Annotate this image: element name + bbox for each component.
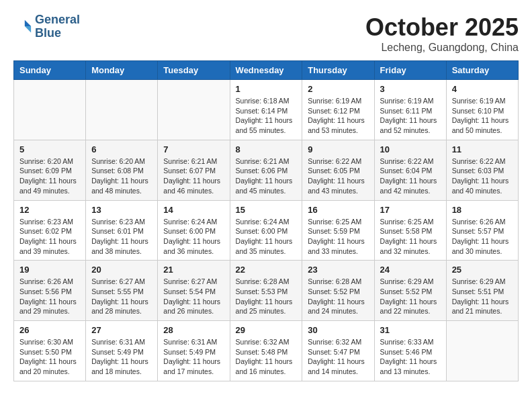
- calendar-cell: 9Sunrise: 6:22 AM Sunset: 6:05 PM Daylig…: [302, 140, 374, 200]
- calendar-cell: 16Sunrise: 6:25 AM Sunset: 5:59 PM Dayli…: [302, 200, 374, 261]
- day-number: 17: [380, 205, 441, 215]
- day-info: Sunrise: 6:28 AM Sunset: 5:52 PM Dayligh…: [308, 277, 368, 316]
- logo-text: General Blue: [35, 13, 80, 40]
- calendar-cell: [158, 80, 230, 140]
- day-number: 9: [308, 144, 368, 154]
- calendar-cell: 21Sunrise: 6:27 AM Sunset: 5:54 PM Dayli…: [158, 261, 230, 321]
- day-info: Sunrise: 6:26 AM Sunset: 5:57 PM Dayligh…: [452, 217, 513, 257]
- calendar-cell: 19Sunrise: 6:26 AM Sunset: 5:56 PM Dayli…: [14, 261, 86, 321]
- calendar-cell: 10Sunrise: 6:22 AM Sunset: 6:04 PM Dayli…: [374, 140, 446, 200]
- calendar-cell: 22Sunrise: 6:28 AM Sunset: 5:53 PM Dayli…: [230, 261, 302, 321]
- day-number: 1: [236, 84, 297, 94]
- day-info: Sunrise: 6:24 AM Sunset: 6:00 PM Dayligh…: [236, 217, 297, 257]
- day-number: 4: [452, 84, 513, 94]
- title-section: October 2025 Lecheng, Guangdong, China: [365, 13, 519, 54]
- day-number: 25: [452, 265, 513, 275]
- calendar-cell: 20Sunrise: 6:27 AM Sunset: 5:55 PM Dayli…: [86, 261, 158, 321]
- day-info: Sunrise: 6:31 AM Sunset: 5:49 PM Dayligh…: [163, 337, 224, 377]
- column-header-tuesday: Tuesday: [158, 61, 230, 80]
- day-info: Sunrise: 6:28 AM Sunset: 5:53 PM Dayligh…: [236, 277, 297, 316]
- day-number: 5: [19, 144, 80, 154]
- day-number: 19: [19, 265, 80, 275]
- day-number: 21: [163, 265, 224, 275]
- calendar-cell: 18Sunrise: 6:26 AM Sunset: 5:57 PM Dayli…: [446, 200, 518, 261]
- day-info: Sunrise: 6:19 AM Sunset: 6:11 PM Dayligh…: [380, 96, 441, 136]
- calendar-cell: [14, 80, 86, 140]
- calendar-week-row: 12Sunrise: 6:23 AM Sunset: 6:02 PM Dayli…: [14, 200, 519, 261]
- calendar-cell: 15Sunrise: 6:24 AM Sunset: 6:00 PM Dayli…: [230, 200, 302, 261]
- day-info: Sunrise: 6:24 AM Sunset: 6:00 PM Dayligh…: [163, 217, 224, 257]
- calendar-cell: 2Sunrise: 6:19 AM Sunset: 6:12 PM Daylig…: [302, 80, 374, 140]
- svg-marker-1: [25, 26, 31, 32]
- location-title: Lecheng, Guangdong, China: [365, 42, 519, 54]
- calendar-header-row: SundayMondayTuesdayWednesdayThursdayFrid…: [14, 61, 519, 80]
- day-info: Sunrise: 6:19 AM Sunset: 6:10 PM Dayligh…: [452, 96, 513, 136]
- day-number: 10: [380, 144, 441, 154]
- day-info: Sunrise: 6:22 AM Sunset: 6:03 PM Dayligh…: [452, 156, 513, 196]
- day-info: Sunrise: 6:22 AM Sunset: 6:05 PM Dayligh…: [308, 156, 368, 196]
- day-number: 2: [308, 84, 368, 94]
- calendar-cell: 12Sunrise: 6:23 AM Sunset: 6:02 PM Dayli…: [14, 200, 86, 261]
- day-number: 13: [91, 205, 152, 215]
- calendar-cell: 17Sunrise: 6:25 AM Sunset: 5:58 PM Dayli…: [374, 200, 446, 261]
- day-number: 7: [163, 144, 224, 154]
- day-info: Sunrise: 6:21 AM Sunset: 6:06 PM Dayligh…: [236, 156, 297, 196]
- calendar-cell: 7Sunrise: 6:21 AM Sunset: 6:07 PM Daylig…: [158, 140, 230, 200]
- calendar-cell: 31Sunrise: 6:33 AM Sunset: 5:46 PM Dayli…: [374, 321, 446, 381]
- day-info: Sunrise: 6:29 AM Sunset: 5:51 PM Dayligh…: [452, 277, 513, 316]
- logo: General Blue: [13, 13, 80, 40]
- day-info: Sunrise: 6:18 AM Sunset: 6:14 PM Dayligh…: [236, 96, 297, 136]
- day-number: 28: [163, 325, 224, 335]
- column-header-friday: Friday: [374, 61, 446, 80]
- day-info: Sunrise: 6:19 AM Sunset: 6:12 PM Dayligh…: [308, 96, 368, 136]
- calendar-cell: 5Sunrise: 6:20 AM Sunset: 6:09 PM Daylig…: [14, 140, 86, 200]
- calendar-cell: 8Sunrise: 6:21 AM Sunset: 6:06 PM Daylig…: [230, 140, 302, 200]
- svg-marker-0: [25, 20, 31, 26]
- logo-icon: [13, 17, 32, 36]
- day-number: 16: [308, 205, 368, 215]
- column-header-monday: Monday: [86, 61, 158, 80]
- page-header: General Blue October 2025 Lecheng, Guang…: [13, 13, 519, 54]
- day-info: Sunrise: 6:27 AM Sunset: 5:55 PM Dayligh…: [91, 277, 152, 316]
- calendar-week-row: 26Sunrise: 6:30 AM Sunset: 5:50 PM Dayli…: [14, 321, 519, 381]
- day-number: 23: [308, 265, 368, 275]
- day-info: Sunrise: 6:27 AM Sunset: 5:54 PM Dayligh…: [163, 277, 224, 316]
- calendar-cell: 11Sunrise: 6:22 AM Sunset: 6:03 PM Dayli…: [446, 140, 518, 200]
- calendar-cell: 4Sunrise: 6:19 AM Sunset: 6:10 PM Daylig…: [446, 80, 518, 140]
- day-info: Sunrise: 6:29 AM Sunset: 5:52 PM Dayligh…: [380, 277, 441, 316]
- calendar-cell: 1Sunrise: 6:18 AM Sunset: 6:14 PM Daylig…: [230, 80, 302, 140]
- calendar-cell: 30Sunrise: 6:32 AM Sunset: 5:47 PM Dayli…: [302, 321, 374, 381]
- day-number: 22: [236, 265, 297, 275]
- day-info: Sunrise: 6:20 AM Sunset: 6:09 PM Dayligh…: [19, 156, 80, 196]
- calendar-week-row: 1Sunrise: 6:18 AM Sunset: 6:14 PM Daylig…: [14, 80, 519, 140]
- day-info: Sunrise: 6:31 AM Sunset: 5:49 PM Dayligh…: [91, 337, 152, 377]
- month-title: October 2025: [365, 13, 519, 42]
- column-header-sunday: Sunday: [14, 61, 86, 80]
- calendar-table: SundayMondayTuesdayWednesdayThursdayFrid…: [13, 60, 519, 381]
- calendar-cell: [446, 321, 518, 381]
- day-info: Sunrise: 6:33 AM Sunset: 5:46 PM Dayligh…: [380, 337, 441, 377]
- calendar-cell: 29Sunrise: 6:32 AM Sunset: 5:48 PM Dayli…: [230, 321, 302, 381]
- day-number: 12: [19, 205, 80, 215]
- day-info: Sunrise: 6:30 AM Sunset: 5:50 PM Dayligh…: [19, 337, 80, 377]
- calendar-week-row: 19Sunrise: 6:26 AM Sunset: 5:56 PM Dayli…: [14, 261, 519, 321]
- calendar-cell: 23Sunrise: 6:28 AM Sunset: 5:52 PM Dayli…: [302, 261, 374, 321]
- column-header-saturday: Saturday: [446, 61, 518, 80]
- calendar-week-row: 5Sunrise: 6:20 AM Sunset: 6:09 PM Daylig…: [14, 140, 519, 200]
- day-number: 24: [380, 265, 441, 275]
- day-number: 29: [236, 325, 297, 335]
- day-number: 18: [452, 205, 513, 215]
- day-number: 26: [19, 325, 80, 335]
- calendar-cell: [86, 80, 158, 140]
- day-info: Sunrise: 6:22 AM Sunset: 6:04 PM Dayligh…: [380, 156, 441, 196]
- day-number: 15: [236, 205, 297, 215]
- day-number: 20: [91, 265, 152, 275]
- calendar-cell: 3Sunrise: 6:19 AM Sunset: 6:11 PM Daylig…: [374, 80, 446, 140]
- day-number: 6: [91, 144, 152, 154]
- column-header-wednesday: Wednesday: [230, 61, 302, 80]
- calendar-cell: 27Sunrise: 6:31 AM Sunset: 5:49 PM Dayli…: [86, 321, 158, 381]
- calendar-cell: 25Sunrise: 6:29 AM Sunset: 5:51 PM Dayli…: [446, 261, 518, 321]
- day-info: Sunrise: 6:23 AM Sunset: 6:01 PM Dayligh…: [91, 217, 152, 257]
- day-info: Sunrise: 6:32 AM Sunset: 5:47 PM Dayligh…: [308, 337, 368, 377]
- day-info: Sunrise: 6:23 AM Sunset: 6:02 PM Dayligh…: [19, 217, 80, 257]
